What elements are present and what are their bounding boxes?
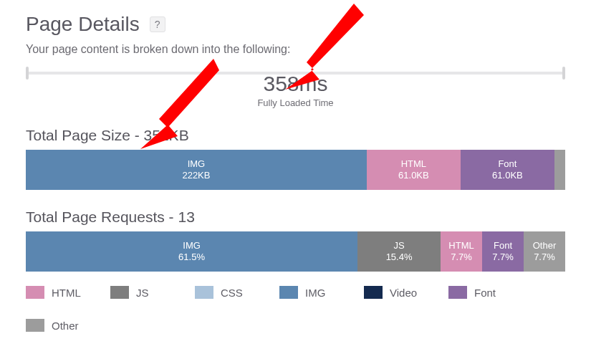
legend-swatch: [364, 286, 383, 299]
legend-swatch: [279, 286, 298, 299]
legend-label: IMG: [305, 287, 325, 299]
bar-segment-img[interactable]: IMG222KB: [26, 150, 367, 190]
legend-item-video[interactable]: Video: [364, 286, 428, 299]
legend-item-img[interactable]: IMG: [279, 286, 344, 299]
legend-item-other[interactable]: Other: [26, 319, 90, 332]
bar-segment-other[interactable]: Other7.7%: [524, 231, 565, 272]
chart-legend: HTMLJSCSSIMGVideoFontOther: [26, 286, 565, 332]
bar-segment-img[interactable]: IMG61.5%: [26, 231, 357, 272]
timeline-track: [26, 72, 565, 75]
loaded-time-block: 358ms Fully Loaded Time: [26, 72, 565, 108]
legend-item-html[interactable]: HTML: [26, 286, 90, 299]
bar-segment-html[interactable]: HTML7.7%: [441, 231, 482, 272]
bar-segment-html[interactable]: HTML61.0KB: [367, 150, 461, 190]
chart-page-size: IMG222KBHTML61.0KBFont61.0KBOther: [26, 150, 565, 190]
bar-segment-font[interactable]: Font7.7%: [482, 231, 524, 272]
legend-item-js[interactable]: JS: [110, 286, 175, 299]
loaded-time-value: 358ms: [254, 72, 336, 96]
bar-segment-other[interactable]: Other: [554, 150, 565, 190]
bar-segment-js[interactable]: JS15.4%: [357, 231, 441, 272]
legend-item-font[interactable]: Font: [448, 286, 513, 299]
page-title: Page Details ?: [26, 13, 565, 36]
bar-segment-font[interactable]: Font61.0KB: [461, 150, 554, 190]
legend-swatch: [195, 286, 213, 299]
subtitle-text: Your page content is broken down into th…: [26, 43, 565, 56]
legend-label: CSS: [221, 287, 243, 299]
help-icon[interactable]: ?: [150, 16, 165, 32]
section-title-size: Total Page Size - 351KB: [26, 127, 565, 144]
legend-label: Font: [474, 287, 496, 299]
legend-label: JS: [136, 287, 149, 299]
legend-label: Video: [390, 287, 417, 299]
chart-page-requests: IMG61.5%JS15.4%HTML7.7%Font7.7%Other7.7%: [26, 231, 565, 272]
legend-swatch: [26, 286, 44, 299]
section-title-requests: Total Page Requests - 13: [26, 209, 565, 226]
legend-swatch: [110, 286, 129, 299]
title-text: Page Details: [26, 13, 140, 35]
legend-swatch: [26, 319, 44, 332]
legend-label: Other: [52, 320, 79, 332]
legend-item-css[interactable]: CSS: [195, 286, 259, 299]
legend-label: HTML: [52, 287, 81, 299]
legend-swatch: [448, 286, 467, 299]
page-details-panel: Page Details ? Your page content is brok…: [0, 0, 591, 364]
loaded-time-label: Fully Loaded Time: [26, 97, 565, 108]
